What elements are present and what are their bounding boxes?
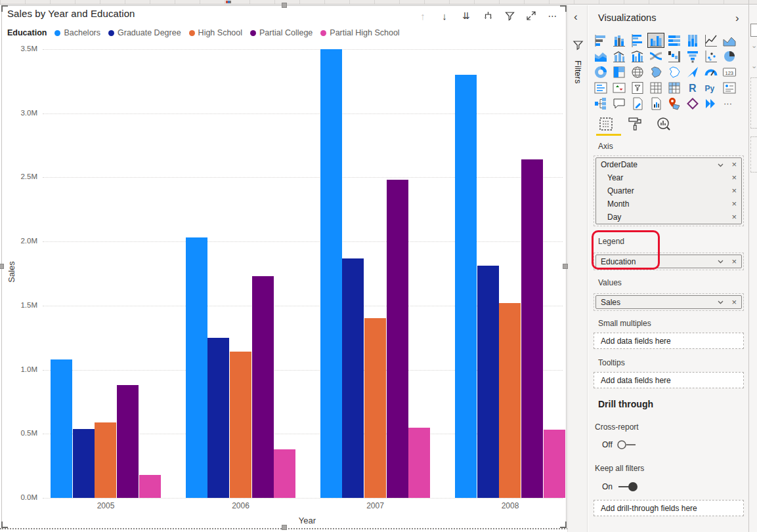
100-stacked-column-chart-icon[interactable] — [684, 33, 701, 48]
bar-2005-high-school[interactable] — [95, 422, 116, 498]
selection-corner[interactable] — [560, 5, 567, 12]
power-apps-icon[interactable] — [684, 96, 701, 111]
filter-funnel-icon[interactable] — [573, 39, 584, 53]
bar-2006-high-school[interactable] — [230, 352, 251, 498]
field-dropdown-chevron-icon[interactable] — [717, 258, 724, 265]
key-influencers-icon[interactable] — [721, 80, 738, 95]
line-and-stacked-column-chart-icon[interactable] — [611, 49, 628, 64]
bar-2007-high-school[interactable] — [364, 318, 386, 498]
bar-2007-partial-high-school[interactable] — [408, 428, 430, 499]
filled-map-icon[interactable] — [647, 64, 664, 79]
resize-handle[interactable] — [282, 3, 287, 8]
legend-field-well[interactable]: Education × — [594, 253, 744, 270]
stacked-area-chart-icon[interactable] — [592, 49, 609, 64]
remove-field-icon[interactable]: × — [731, 188, 737, 194]
bar-2008-bachelors[interactable] — [455, 75, 477, 498]
legend-item-bachelors[interactable]: Bachelors — [54, 28, 100, 37]
arcgis-map-icon[interactable] — [666, 96, 683, 111]
bar-2007-bachelors[interactable] — [320, 49, 342, 498]
stacked-bar-chart-icon[interactable] — [592, 33, 609, 48]
keep-all-filters-toggle[interactable]: On — [602, 481, 639, 492]
line-chart-icon[interactable] — [703, 33, 720, 48]
scatter-chart-icon[interactable] — [703, 49, 720, 64]
drill-through-drop-zone[interactable]: Add drill-through fields here — [594, 500, 744, 516]
slicer-icon[interactable] — [629, 80, 646, 95]
selection-corner[interactable] — [1, 5, 8, 12]
drill-up-icon[interactable]: ↑ — [416, 9, 429, 22]
field-pill-quarter[interactable]: Quarter× — [596, 184, 741, 197]
field-pill-month[interactable]: Month× — [596, 197, 741, 211]
resize-handle[interactable] — [282, 525, 287, 530]
r-script-visual-icon[interactable]: R — [684, 80, 701, 95]
bar-2008-graduate-degree[interactable] — [477, 266, 499, 498]
q-and-a-icon[interactable] — [611, 96, 628, 111]
more-visuals-icon[interactable]: ··· — [721, 96, 738, 111]
expand-all-icon[interactable] — [481, 9, 494, 22]
bar-2005-bachelors[interactable] — [51, 359, 72, 498]
field-pill-day[interactable]: Day× — [596, 211, 741, 224]
stacked-column-chart-icon[interactable] — [611, 33, 628, 48]
clustered-column-chart-icon[interactable] — [647, 33, 664, 48]
drill-down-icon[interactable]: ↓ — [438, 9, 451, 22]
funnel-chart-icon[interactable] — [684, 49, 701, 64]
bar-2005-partial-high-school[interactable] — [139, 475, 161, 498]
remove-field-icon[interactable]: × — [731, 258, 737, 265]
pie-chart-icon[interactable] — [721, 49, 738, 64]
resize-handle[interactable] — [0, 264, 4, 269]
small-multiples-drop-zone[interactable]: Add data fields here — [594, 333, 744, 349]
remove-field-icon[interactable]: × — [731, 174, 737, 181]
legend-item-graduate-degree[interactable]: Graduate Degree — [108, 28, 181, 37]
cross-report-toggle[interactable]: Off — [602, 440, 639, 450]
matrix-icon[interactable] — [666, 80, 683, 95]
table-icon[interactable] — [647, 80, 664, 95]
azure-map-icon[interactable] — [684, 64, 701, 79]
legend-item-partial-high-school[interactable]: Partial High School — [320, 28, 399, 37]
shape-map-icon[interactable] — [666, 64, 683, 79]
bar-2007-partial-college[interactable] — [387, 180, 408, 498]
field-dropdown-chevron-icon[interactable] — [717, 298, 724, 306]
focus-mode-icon[interactable] — [525, 9, 538, 22]
remove-field-icon[interactable]: × — [731, 201, 737, 207]
bar-2005-partial-college[interactable] — [117, 385, 139, 498]
axis-field-well[interactable]: OrderDate×Year×Quarter×Month×Day× — [594, 155, 744, 226]
field-pill-sales[interactable]: Sales × — [596, 296, 741, 308]
go-to-next-level-icon[interactable]: ⇊ — [460, 9, 473, 22]
selection-corner[interactable] — [1, 522, 8, 528]
bar-2006-bachelors[interactable] — [186, 237, 207, 498]
treemap-icon[interactable] — [611, 64, 628, 79]
filter-icon[interactable] — [503, 9, 516, 22]
more-options-icon[interactable]: ⋯ — [546, 9, 559, 22]
field-pill-education[interactable]: Education × — [596, 255, 741, 268]
legend-item-partial-college[interactable]: Partial College — [250, 28, 313, 37]
100-stacked-bar-chart-icon[interactable] — [666, 33, 683, 48]
remove-field-icon[interactable]: × — [731, 214, 737, 220]
bar-2006-partial-college[interactable] — [252, 276, 274, 498]
donut-chart-icon[interactable] — [592, 64, 609, 79]
ribbon-chart-icon[interactable] — [647, 49, 664, 64]
values-field-well[interactable]: Sales × — [594, 293, 744, 311]
filters-pane-collapsed[interactable]: ‹ Filters — [567, 5, 588, 532]
python-visual-icon[interactable]: Py — [703, 80, 720, 95]
gauge-icon[interactable] — [703, 64, 720, 79]
selection-corner[interactable] — [560, 522, 567, 528]
waterfall-chart-icon[interactable] — [666, 49, 683, 64]
clustered-bar-chart-icon[interactable] — [629, 33, 646, 48]
bar-2008-high-school[interactable] — [499, 303, 521, 498]
paginated-report-icon[interactable] — [647, 96, 664, 111]
line-and-clustered-column-chart-icon[interactable] — [629, 49, 646, 64]
smart-narrative-icon[interactable] — [629, 96, 646, 111]
bar-2008-partial-high-school[interactable] — [544, 430, 565, 498]
decomposition-tree-icon[interactable] — [592, 96, 609, 111]
map-icon[interactable] — [629, 64, 646, 79]
collapse-visualizations-chevron-icon[interactable]: › — [735, 12, 739, 25]
area-chart-icon[interactable] — [721, 33, 738, 48]
card-icon[interactable]: 123 — [721, 64, 738, 79]
field-pill-year[interactable]: Year× — [596, 171, 741, 184]
multi-row-card-icon[interactable] — [592, 80, 609, 95]
field-pill-orderdate[interactable]: OrderDate× — [596, 158, 741, 171]
bar-2005-graduate-degree[interactable] — [73, 429, 95, 499]
kpi-icon[interactable] — [611, 80, 628, 95]
bar-2008-partial-college[interactable] — [521, 159, 543, 498]
tab-analytics[interactable] — [654, 115, 674, 133]
tab-fields[interactable] — [596, 115, 616, 133]
